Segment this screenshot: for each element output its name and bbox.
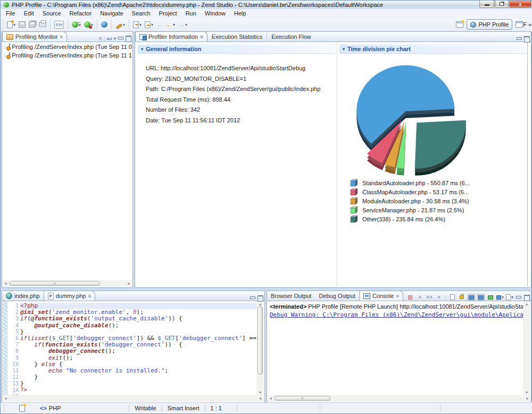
print-button[interactable] bbox=[37, 19, 48, 30]
scroll-lock-button[interactable] bbox=[458, 294, 466, 301]
code-line[interactable]: ?> bbox=[20, 387, 256, 393]
profiling-session-item[interactable]: ▷Profiling /ZendServer/index.php (Tue Se… bbox=[3, 51, 132, 60]
go-to-top-button[interactable]: ▾ bbox=[143, 19, 155, 30]
tab-index-php[interactable]: index.php bbox=[2, 291, 44, 301]
close-tab-icon[interactable]: × bbox=[200, 34, 203, 40]
tab-browser-output[interactable]: Browser Output bbox=[267, 291, 315, 301]
minimize-view-button[interactable] bbox=[516, 36, 522, 42]
scroll-right-icon[interactable]: ▸ bbox=[126, 281, 132, 286]
minimize-view-button[interactable] bbox=[516, 295, 521, 300]
info-line: Total Request Time (ms): 898.44 bbox=[146, 96, 337, 103]
console-warning-link[interactable]: Debug Warning: C:\Program Files (x86)\Ze… bbox=[270, 311, 522, 318]
console-vscrollbar[interactable]: ▴ ▾ bbox=[523, 302, 530, 395]
minimize-view-button[interactable] bbox=[250, 295, 255, 301]
menu-item-project[interactable]: Project bbox=[154, 9, 181, 18]
last-edit-icon bbox=[133, 21, 139, 28]
code-line[interactable]: echo "No connector is installed."; bbox=[20, 368, 256, 374]
close-window-button[interactable]: x bbox=[509, 1, 531, 8]
console-hscrollbar[interactable]: ◂ ≡ ▸ bbox=[268, 395, 530, 402]
scroll-left-icon[interactable]: ◂ bbox=[3, 281, 9, 286]
code-line[interactable]: @output_cache_disable(); bbox=[20, 322, 256, 329]
minimize-window-button[interactable] bbox=[479, 1, 494, 8]
scroll-down-icon[interactable]: ▾ bbox=[524, 390, 530, 395]
collapse-section-icon[interactable]: ▾ bbox=[141, 47, 143, 52]
scroll-left-icon[interactable]: ◂ bbox=[268, 396, 273, 401]
debug-url-button[interactable] bbox=[99, 19, 109, 30]
code-line[interactable]: } bbox=[20, 374, 256, 380]
debug-button[interactable]: ▾ bbox=[82, 19, 95, 30]
perspective-overflow-chevron[interactable]: » bbox=[528, 21, 531, 28]
new-wizard-button[interactable]: ▾ bbox=[5, 19, 17, 30]
display-console-button[interactable]: ▾ bbox=[496, 294, 504, 301]
open-type-button[interactable]: ▾ bbox=[114, 19, 127, 30]
code-editor[interactable]: 123456789101112131415 <?php@ini_set('zen… bbox=[3, 302, 264, 395]
show-console-stdout-toggle[interactable] bbox=[468, 294, 475, 301]
menu-item-edit[interactable]: Edit bbox=[20, 9, 38, 18]
save-button[interactable] bbox=[17, 19, 27, 30]
minimize-view-button[interactable] bbox=[118, 36, 123, 41]
scroll-up-icon[interactable]: ▴ bbox=[524, 302, 530, 307]
back-history-button[interactable]: ← bbox=[155, 19, 164, 30]
maximize-view-button[interactable] bbox=[523, 36, 529, 42]
menu-item-file[interactable]: File bbox=[2, 9, 20, 18]
menu-item-refactor[interactable]: Refactor bbox=[65, 9, 96, 18]
scroll-right-icon[interactable]: ▸ bbox=[525, 396, 530, 401]
maximize-view-button[interactable] bbox=[523, 295, 529, 300]
menu-item-source[interactable]: Source bbox=[38, 9, 65, 18]
php-perspective-button[interactable]: F bbox=[514, 19, 528, 30]
close-view-icon[interactable]: × bbox=[60, 34, 63, 40]
open-perspective-button[interactable] bbox=[454, 19, 465, 30]
pie-slice[interactable]: Other(338) bbox=[415, 120, 466, 168]
profile-button[interactable]: ▾ bbox=[70, 19, 82, 30]
back-button[interactable]: ←▾ bbox=[164, 19, 177, 30]
tab-execution-statistics[interactable]: Execution Statistics bbox=[207, 32, 267, 40]
remove-all-terminated-button[interactable]: ×× bbox=[426, 294, 433, 301]
tab-profiling-monitor[interactable]: Profiling Monitor × bbox=[2, 31, 67, 42]
php-profile-perspective-button[interactable]: PHP Profile bbox=[467, 19, 512, 30]
sort-sessions-button[interactable]: a↓z bbox=[107, 36, 112, 41]
php-tags-icon: <> bbox=[40, 405, 47, 411]
tab-dummy-php[interactable]: P dummy.php × bbox=[44, 291, 96, 301]
terminate-button[interactable] bbox=[406, 294, 414, 301]
clear-console-page-button[interactable] bbox=[448, 294, 456, 301]
editor-vscrollbar[interactable]: ▴ ▾ bbox=[256, 302, 264, 395]
menu-item-search[interactable]: Search bbox=[128, 9, 155, 18]
scroll-up-icon[interactable]: ▴ bbox=[257, 302, 263, 307]
general-information-header[interactable]: ▾ General information bbox=[138, 45, 336, 54]
tab-profiler-information[interactable]: Profiler Information × bbox=[135, 31, 207, 42]
close-tab-icon[interactable]: × bbox=[396, 293, 399, 299]
remove-launch-button[interactable]: × bbox=[416, 294, 423, 301]
tab-debug-output[interactable]: Debug Output bbox=[315, 291, 359, 301]
profiling-session-item[interactable]: ▷Profiling /ZendServer/index.php (Tue Se… bbox=[3, 43, 132, 51]
open-console-button[interactable]: ▾ bbox=[506, 294, 513, 301]
tab-execution-flow[interactable]: Execution Flow bbox=[267, 32, 315, 40]
menu-item-run[interactable]: Run bbox=[181, 9, 201, 18]
editor-hscrollbar[interactable]: ◂ ▸ bbox=[3, 395, 264, 402]
maximize-view-button[interactable] bbox=[125, 36, 131, 41]
info-line: URL: http://localhost:10081/ZendServer/A… bbox=[146, 65, 337, 71]
collapse-section-icon[interactable]: ▾ bbox=[343, 47, 345, 52]
pie-chart-header[interactable]: ▾ Time division pie chart bbox=[339, 45, 527, 54]
delete-session-button[interactable]: × bbox=[98, 35, 102, 42]
restore-window-button[interactable] bbox=[495, 1, 509, 8]
show-console-stderr-toggle[interactable] bbox=[477, 294, 485, 301]
last-edit-location-button[interactable]: ▾ bbox=[131, 19, 143, 30]
scroll-left-icon[interactable]: ◂ bbox=[3, 396, 9, 401]
profiling-monitor-hscrollbar[interactable]: ◂ ≡ ▸ bbox=[3, 280, 132, 287]
forward-button[interactable]: →▾ bbox=[177, 19, 189, 30]
code-line[interactable]: } bbox=[20, 380, 256, 387]
tab-console[interactable]: Console × bbox=[359, 291, 403, 301]
clear-console-button[interactable]: × bbox=[435, 294, 443, 301]
maximize-view-button[interactable] bbox=[257, 295, 263, 301]
binary-view-button[interactable]: 010 bbox=[53, 19, 65, 30]
close-tab-icon[interactable]: × bbox=[88, 293, 91, 299]
scroll-down-icon[interactable]: ▾ bbox=[257, 390, 263, 395]
menu-item-window[interactable]: Window bbox=[201, 9, 230, 18]
menu-item-navigate[interactable]: Navigate bbox=[96, 9, 127, 18]
scroll-right-icon[interactable]: ▸ bbox=[258, 396, 264, 401]
menu-item-help[interactable]: Help bbox=[230, 9, 251, 18]
pin-console-button[interactable] bbox=[487, 294, 494, 301]
console-output[interactable]: <terminated> PHP Profile [Remote PHP Lau… bbox=[268, 302, 523, 395]
save-all-button[interactable] bbox=[27, 19, 37, 30]
code-content[interactable]: <?php@ini_set('zend_monitor.enable', 0);… bbox=[20, 302, 256, 395]
